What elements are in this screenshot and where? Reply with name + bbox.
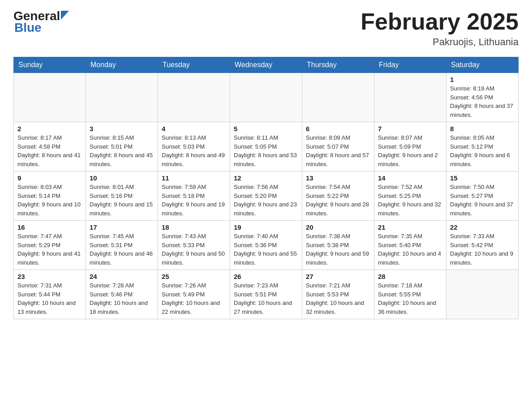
cell-info: Sunrise: 7:50 AM Sunset: 5:27 PM Dayligh… xyxy=(450,183,515,218)
calendar-cell: 27Sunrise: 7:21 AM Sunset: 5:53 PM Dayli… xyxy=(302,270,374,319)
title-section: February 2025 Pakruojis, Lithuania xyxy=(360,9,519,48)
cell-info: Sunrise: 7:40 AM Sunset: 5:36 PM Dayligh… xyxy=(234,232,298,267)
week-row-5: 23Sunrise: 7:31 AM Sunset: 5:44 PM Dayli… xyxy=(14,270,519,319)
svg-marker-0 xyxy=(61,11,69,20)
day-number: 26 xyxy=(234,273,298,280)
cell-info: Sunrise: 8:03 AM Sunset: 5:14 PM Dayligh… xyxy=(17,183,82,218)
day-number: 28 xyxy=(378,273,442,280)
cell-info: Sunrise: 8:11 AM Sunset: 5:05 PM Dayligh… xyxy=(234,133,298,168)
day-number: 20 xyxy=(306,223,370,231)
cell-info: Sunrise: 7:38 AM Sunset: 5:38 PM Dayligh… xyxy=(306,232,370,267)
page-header: General Blue February 2025 Pakruojis, Li… xyxy=(13,9,519,48)
day-number: 11 xyxy=(162,174,226,182)
calendar-cell: 15Sunrise: 7:50 AM Sunset: 5:27 PM Dayli… xyxy=(446,171,519,221)
cell-info: Sunrise: 8:01 AM Sunset: 5:16 PM Dayligh… xyxy=(90,183,154,218)
calendar-title: February 2025 xyxy=(360,9,519,34)
weekday-header-sunday: Sunday xyxy=(14,57,86,73)
weekday-header-tuesday: Tuesday xyxy=(158,57,230,73)
day-number: 16 xyxy=(17,223,82,231)
calendar-cell: 18Sunrise: 7:43 AM Sunset: 5:33 PM Dayli… xyxy=(158,221,230,270)
calendar-table: SundayMondayTuesdayWednesdayThursdayFrid… xyxy=(13,57,519,319)
weekday-header-monday: Monday xyxy=(86,57,158,73)
calendar-cell: 12Sunrise: 7:56 AM Sunset: 5:20 PM Dayli… xyxy=(230,171,302,221)
day-number: 27 xyxy=(306,273,370,280)
calendar-cell: 7Sunrise: 8:07 AM Sunset: 5:09 PM Daylig… xyxy=(374,122,446,171)
day-number: 19 xyxy=(234,223,298,231)
calendar-cell: 16Sunrise: 7:47 AM Sunset: 5:29 PM Dayli… xyxy=(14,221,86,270)
cell-info: Sunrise: 7:56 AM Sunset: 5:20 PM Dayligh… xyxy=(234,183,298,218)
cell-info: Sunrise: 8:19 AM Sunset: 4:56 PM Dayligh… xyxy=(450,84,515,119)
weekday-header-thursday: Thursday xyxy=(302,57,374,73)
logo-triangle-icon xyxy=(61,11,69,20)
calendar-cell: 10Sunrise: 8:01 AM Sunset: 5:16 PM Dayli… xyxy=(86,171,158,221)
calendar-cell: 14Sunrise: 7:52 AM Sunset: 5:25 PM Dayli… xyxy=(374,171,446,221)
weekday-header-wednesday: Wednesday xyxy=(230,57,302,73)
calendar-cell: 1Sunrise: 8:19 AM Sunset: 4:56 PM Daylig… xyxy=(446,73,519,122)
calendar-cell: 9Sunrise: 8:03 AM Sunset: 5:14 PM Daylig… xyxy=(14,171,86,221)
calendar-cell: 2Sunrise: 8:17 AM Sunset: 4:58 PM Daylig… xyxy=(14,122,86,171)
cell-info: Sunrise: 7:21 AM Sunset: 5:53 PM Dayligh… xyxy=(306,281,370,316)
calendar-cell xyxy=(14,73,86,122)
calendar-cell: 8Sunrise: 8:05 AM Sunset: 5:12 PM Daylig… xyxy=(446,122,519,171)
cell-info: Sunrise: 8:07 AM Sunset: 5:09 PM Dayligh… xyxy=(378,133,442,168)
cell-info: Sunrise: 7:35 AM Sunset: 5:40 PM Dayligh… xyxy=(378,232,442,267)
week-row-3: 9Sunrise: 8:03 AM Sunset: 5:14 PM Daylig… xyxy=(14,171,519,221)
cell-info: Sunrise: 7:23 AM Sunset: 5:51 PM Dayligh… xyxy=(234,281,298,316)
day-number: 9 xyxy=(17,174,82,182)
calendar-cell: 11Sunrise: 7:59 AM Sunset: 5:18 PM Dayli… xyxy=(158,171,230,221)
week-row-1: 1Sunrise: 8:19 AM Sunset: 4:56 PM Daylig… xyxy=(14,73,519,122)
calendar-cell: 23Sunrise: 7:31 AM Sunset: 5:44 PM Dayli… xyxy=(14,270,86,319)
week-row-4: 16Sunrise: 7:47 AM Sunset: 5:29 PM Dayli… xyxy=(14,221,519,270)
day-number: 4 xyxy=(162,125,226,133)
day-number: 24 xyxy=(90,273,154,280)
cell-info: Sunrise: 8:05 AM Sunset: 5:12 PM Dayligh… xyxy=(450,133,515,168)
day-number: 6 xyxy=(306,125,370,133)
calendar-cell: 4Sunrise: 8:13 AM Sunset: 5:03 PM Daylig… xyxy=(158,122,230,171)
day-number: 8 xyxy=(450,125,515,133)
day-number: 3 xyxy=(90,125,154,133)
calendar-cell xyxy=(302,73,374,122)
day-number: 10 xyxy=(90,174,154,182)
calendar-cell: 19Sunrise: 7:40 AM Sunset: 5:36 PM Dayli… xyxy=(230,221,302,270)
calendar-cell xyxy=(230,73,302,122)
weekday-header-saturday: Saturday xyxy=(446,57,519,73)
calendar-cell: 13Sunrise: 7:54 AM Sunset: 5:22 PM Dayli… xyxy=(302,171,374,221)
day-number: 15 xyxy=(450,174,515,182)
week-row-2: 2Sunrise: 8:17 AM Sunset: 4:58 PM Daylig… xyxy=(14,122,519,171)
calendar-cell: 20Sunrise: 7:38 AM Sunset: 5:38 PM Dayli… xyxy=(302,221,374,270)
cell-info: Sunrise: 7:45 AM Sunset: 5:31 PM Dayligh… xyxy=(90,232,154,267)
calendar-cell: 3Sunrise: 8:15 AM Sunset: 5:01 PM Daylig… xyxy=(86,122,158,171)
calendar-cell: 25Sunrise: 7:26 AM Sunset: 5:49 PM Dayli… xyxy=(158,270,230,319)
day-number: 2 xyxy=(17,125,82,133)
calendar-cell xyxy=(374,73,446,122)
weekday-header-row: SundayMondayTuesdayWednesdayThursdayFrid… xyxy=(14,57,519,73)
calendar-cell: 24Sunrise: 7:28 AM Sunset: 5:46 PM Dayli… xyxy=(86,270,158,319)
cell-info: Sunrise: 7:33 AM Sunset: 5:42 PM Dayligh… xyxy=(450,232,515,267)
calendar-cell: 26Sunrise: 7:23 AM Sunset: 5:51 PM Dayli… xyxy=(230,270,302,319)
cell-info: Sunrise: 7:59 AM Sunset: 5:18 PM Dayligh… xyxy=(162,183,226,218)
calendar-subtitle: Pakruojis, Lithuania xyxy=(360,36,519,48)
cell-info: Sunrise: 8:09 AM Sunset: 5:07 PM Dayligh… xyxy=(306,133,370,168)
cell-info: Sunrise: 8:13 AM Sunset: 5:03 PM Dayligh… xyxy=(162,133,226,168)
calendar-cell: 22Sunrise: 7:33 AM Sunset: 5:42 PM Dayli… xyxy=(446,221,519,270)
calendar-cell xyxy=(446,270,519,319)
calendar-cell: 5Sunrise: 8:11 AM Sunset: 5:05 PM Daylig… xyxy=(230,122,302,171)
day-number: 5 xyxy=(234,125,298,133)
day-number: 14 xyxy=(378,174,442,182)
cell-info: Sunrise: 7:18 AM Sunset: 5:55 PM Dayligh… xyxy=(378,281,442,316)
day-number: 21 xyxy=(378,223,442,231)
cell-info: Sunrise: 7:28 AM Sunset: 5:46 PM Dayligh… xyxy=(90,281,154,316)
day-number: 1 xyxy=(450,76,515,83)
logo-blue-text: Blue xyxy=(13,21,69,35)
day-number: 18 xyxy=(162,223,226,231)
day-number: 12 xyxy=(234,174,298,182)
day-number: 22 xyxy=(450,223,515,231)
cell-info: Sunrise: 7:54 AM Sunset: 5:22 PM Dayligh… xyxy=(306,183,370,218)
weekday-header-friday: Friday xyxy=(374,57,446,73)
calendar-cell: 21Sunrise: 7:35 AM Sunset: 5:40 PM Dayli… xyxy=(374,221,446,270)
day-number: 23 xyxy=(17,273,82,280)
calendar-cell: 6Sunrise: 8:09 AM Sunset: 5:07 PM Daylig… xyxy=(302,122,374,171)
day-number: 7 xyxy=(378,125,442,133)
cell-info: Sunrise: 8:17 AM Sunset: 4:58 PM Dayligh… xyxy=(17,133,82,168)
calendar-cell xyxy=(86,73,158,122)
